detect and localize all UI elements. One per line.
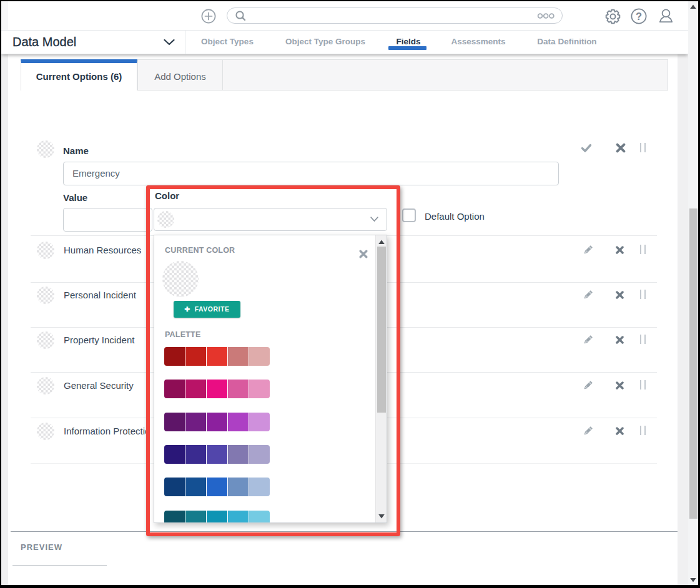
svg-text:?: ?	[636, 11, 642, 22]
